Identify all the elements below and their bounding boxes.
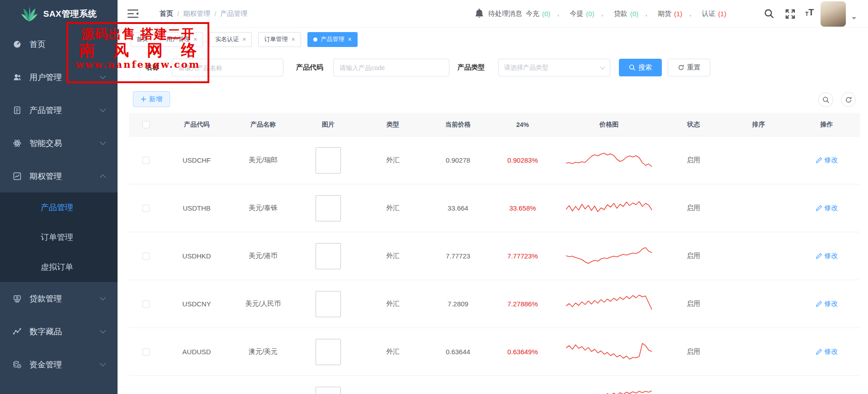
sidebar-item-nft[interactable]: 数字藏品: [0, 315, 118, 348]
tab-order-manage[interactable]: 订单管理 ×: [258, 32, 301, 47]
cell-price: 0.63644: [425, 348, 491, 356]
column-header-type: 类型: [360, 121, 425, 129]
edit-button[interactable]: 修改: [816, 252, 838, 260]
table-row: [129, 376, 860, 394]
sidebar-item-loans[interactable]: 贷款管理: [0, 282, 118, 315]
chevron-down-icon: [100, 73, 106, 79]
chevron-up-icon: [100, 174, 106, 180]
cell-code: USDHKD: [163, 252, 230, 260]
table-refresh-button[interactable]: [841, 92, 856, 107]
product-type-select[interactable]: 请选择产品类型: [498, 59, 610, 76]
cell-status: 启用: [663, 204, 724, 212]
sidebar-item-users[interactable]: 用户管理: [0, 61, 118, 94]
breadcrumb-home[interactable]: 首页: [160, 9, 173, 18]
product-name-input[interactable]: [172, 59, 283, 76]
price-sparkline: [566, 243, 652, 269]
cell-type: 外汇: [360, 204, 425, 212]
table-search-toggle-button[interactable]: [818, 92, 833, 107]
close-icon[interactable]: ×: [348, 36, 352, 42]
edit-button-label: 修改: [825, 252, 838, 260]
sidebar-item-label: 数字藏品: [29, 326, 62, 337]
cell-name: 美元/泰铢: [230, 204, 296, 212]
chart-icon: [13, 172, 22, 181]
close-icon[interactable]: ×: [193, 36, 197, 42]
cell-type: 外汇: [360, 300, 425, 308]
hamburger-menu-icon[interactable]: [127, 9, 139, 19]
submenu-item-virtual-order[interactable]: 虚拟订单: [0, 252, 118, 282]
search-button[interactable]: 搜索: [619, 59, 662, 76]
tab-label: 实名认证: [215, 35, 239, 43]
edit-pencil-icon: [816, 253, 822, 259]
table-header: 产品代码 产品名称 图片 类型 当前价格 24% 价格图 状态 排序 操作: [129, 113, 860, 136]
cell-status: 启用: [663, 156, 724, 164]
cell-name: 美元/人民币: [230, 300, 296, 308]
sidebar-item-funds[interactable]: $ 资金管理: [0, 348, 118, 381]
cell-name: 美元/瑞郎: [230, 156, 296, 164]
row-checkbox[interactable]: [142, 205, 150, 212]
app-title: SAX管理系统: [43, 8, 97, 20]
svg-text:$: $: [19, 365, 20, 367]
submenu-item-label: 订单管理: [41, 232, 73, 243]
reset-button[interactable]: 重置: [668, 59, 710, 76]
tab-user-manage[interactable]: 用户管理 ×: [160, 32, 203, 47]
code-filter-label: 产品代码: [296, 63, 323, 72]
select-all-checkbox[interactable]: [142, 121, 150, 128]
product-image: [316, 195, 341, 221]
avatar[interactable]: [821, 1, 846, 27]
product-image: [316, 291, 341, 317]
submenu-item-order-manage[interactable]: 订单管理: [0, 222, 118, 252]
document-icon: [13, 106, 22, 115]
cell-pct: 0.63649%: [491, 348, 555, 356]
breadcrumb: 首页 / 期权管理 / 产品管理: [160, 0, 247, 28]
edit-pencil-icon: [816, 300, 822, 307]
sidebar-item-options[interactable]: 期权管理: [0, 159, 118, 192]
column-header-sort: 排序: [724, 121, 793, 129]
sidebar-item-products[interactable]: 产品管理: [0, 94, 118, 127]
edit-button[interactable]: 修改: [816, 300, 838, 308]
cell-type: 外汇: [360, 252, 425, 260]
edit-button[interactable]: 修改: [816, 204, 838, 212]
row-checkbox[interactable]: [142, 157, 150, 164]
select-placeholder: 请选择产品类型: [504, 64, 548, 72]
submenu-item-product-manage[interactable]: 产品管理: [0, 192, 118, 222]
column-header-name: 产品名称: [230, 121, 296, 129]
tab-product-manage[interactable]: 产品管理 ×: [307, 32, 358, 47]
cell-price: 7.2809: [425, 300, 491, 308]
cell-pct: 7.77723%: [491, 252, 555, 260]
row-checkbox[interactable]: [142, 300, 150, 308]
sidebar-item-label: 用户管理: [29, 72, 62, 83]
notice-count: (1): [718, 10, 726, 18]
sidebar-item-home[interactable]: 首页: [0, 28, 118, 61]
notice-count: (0): [542, 10, 550, 18]
product-image: [316, 147, 341, 174]
chevron-down-icon: [100, 328, 106, 333]
product-image: [316, 243, 341, 269]
tab-label: 用户管理: [166, 35, 190, 43]
close-icon[interactable]: ×: [242, 36, 246, 42]
search-icon: [822, 96, 830, 103]
edit-button[interactable]: 修改: [816, 156, 838, 164]
product-code-input[interactable]: [333, 59, 449, 76]
cell-code: USDTHB: [163, 204, 230, 212]
sidebar-item-smart-trade[interactable]: 智能交易: [0, 127, 118, 159]
breadcrumb-options[interactable]: 期权管理: [183, 9, 210, 18]
search-icon[interactable]: [764, 9, 774, 19]
notice-item-label: 贷款: [614, 9, 627, 18]
avatar-dropdown-caret-icon[interactable]: [852, 17, 856, 22]
cell-status: 启用: [663, 252, 724, 260]
table-row: USDTHB 美元/泰铢 外汇 33.664 33.658% 启用 修改: [129, 184, 860, 232]
search-icon: [629, 64, 636, 71]
tab-home[interactable]: 首页: [131, 32, 154, 47]
fullscreen-icon[interactable]: [785, 9, 796, 19]
add-button[interactable]: 新增: [133, 91, 170, 107]
row-checkbox[interactable]: [142, 253, 150, 260]
plus-icon: [141, 96, 146, 102]
bell-icon[interactable]: [474, 8, 484, 19]
row-checkbox[interactable]: [142, 348, 150, 356]
close-icon[interactable]: ×: [291, 36, 295, 42]
font-size-icon[interactable]: TT: [805, 8, 814, 17]
tab-real-name-auth[interactable]: 实名认证 ×: [209, 32, 252, 47]
notice-label: 待处理消息: [488, 9, 522, 18]
edit-button[interactable]: 修改: [816, 347, 838, 356]
notice-item-label: 今提: [570, 9, 583, 18]
